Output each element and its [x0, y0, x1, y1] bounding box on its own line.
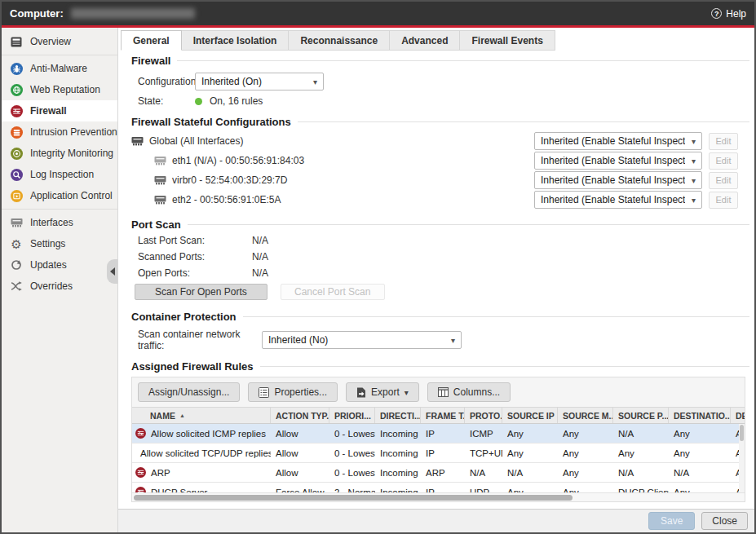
assign-unassign-button[interactable]: Assign/Unassign...: [138, 382, 240, 402]
toolbar-button-label: Export: [371, 386, 400, 398]
firewall-icon: [11, 105, 23, 117]
rule-cell: Any: [613, 448, 669, 458]
column-header-source-m[interactable]: SOURCE M...: [558, 408, 613, 423]
sidebar-item-settings[interactable]: ⚙Settings: [2, 233, 117, 254]
interfaces-icon: [11, 218, 23, 227]
sidebar-item-label: Firewall: [30, 105, 67, 117]
tab-reconnaissance[interactable]: Reconnaissance: [289, 30, 390, 51]
edit-button: Edit: [709, 152, 738, 170]
scan-for-open-ports-button[interactable]: Scan For Open Ports: [135, 284, 267, 300]
stateful-config-dropdown[interactable]: Inherited (Enable Stateful Inspection)▾: [534, 191, 702, 209]
chevron-down-icon: ▾: [451, 336, 455, 345]
rule-cell: TCP+UDP: [465, 448, 502, 458]
overview-icon: [11, 37, 22, 47]
tab-firewall-events[interactable]: Firewall Events: [460, 30, 555, 51]
tab-interface-isolation[interactable]: Interface Isolation: [182, 30, 290, 51]
close-button[interactable]: Close: [701, 512, 748, 530]
rules-section-title: Assigned Firewall Rules: [131, 360, 254, 373]
sort-ascending-icon: ▲: [179, 413, 185, 418]
sidebar-item-log-inspection[interactable]: Log Inspection: [2, 164, 117, 185]
rule-cell: N/A: [613, 468, 669, 478]
open-ports-label: Open Ports:: [138, 267, 252, 279]
column-header-proto[interactable]: PROTO...: [465, 408, 502, 423]
tab-general[interactable]: General: [121, 30, 182, 51]
column-header-de[interactable]: DE: [731, 408, 745, 423]
scrollbar-thumb[interactable]: [740, 425, 744, 441]
columns-button[interactable]: Columns...: [427, 382, 511, 402]
tab-bar: GeneralInterface IsolationReconnaissance…: [118, 28, 754, 51]
rule-row-dhcp-server[interactable]: DHCP ServerForce Allow2 - NormalIncoming…: [132, 483, 745, 492]
stateful-config-row: eth1 (N/A) - 00:50:56:91:84:03Inherited …: [131, 151, 749, 170]
column-header-label: ACTION TYP...: [276, 411, 329, 421]
stateful-config-dropdown[interactable]: Inherited (Enable Stateful Inspection)▾: [534, 152, 702, 170]
column-header-priori[interactable]: PRIORI...: [329, 408, 375, 423]
column-header-label: NAME: [150, 411, 175, 421]
rule-cell: N/A: [502, 468, 558, 478]
help-button[interactable]: ? Help: [711, 8, 746, 20]
sidebar-item-overview[interactable]: Overview: [2, 31, 117, 52]
column-header-label: DIRECTI...: [380, 411, 421, 421]
rule-name-cell: ARP: [132, 467, 271, 478]
save-button[interactable]: Save: [648, 512, 695, 530]
stateful-config-dropdown[interactable]: Inherited (Enable Stateful Inspection)▾: [534, 132, 702, 150]
scanned-ports-value: N/A: [252, 251, 268, 263]
sidebar-item-application-control[interactable]: Application Control: [2, 185, 117, 206]
properties-button[interactable]: Properties...: [248, 382, 338, 402]
sidebar-item-label: Updates: [30, 259, 67, 271]
tab-advanced[interactable]: Advanced: [390, 30, 460, 51]
sidebar-item-interfaces[interactable]: Interfaces: [2, 212, 117, 233]
column-header-directi[interactable]: DIRECTI...: [375, 408, 421, 423]
section-rule: [177, 60, 749, 61]
interfaces-icon: [154, 156, 166, 165]
column-header-name[interactable]: NAME▲: [132, 408, 271, 423]
rule-row-allow-solicited-tcp-udp-replies[interactable]: Allow solicited TCP/UDP repliesAllow0 - …: [132, 444, 745, 463]
column-header-action-typ[interactable]: ACTION TYP...: [271, 408, 329, 423]
configuration-dropdown[interactable]: Inherited (On) ▾: [195, 73, 324, 90]
sidebar-collapse-button[interactable]: [107, 259, 117, 284]
interface-label: Global (All Interfaces): [149, 135, 243, 147]
integrity-monitoring-icon: [11, 148, 23, 160]
columns-icon: [438, 387, 449, 397]
interfaces-icon: [154, 175, 166, 185]
rule-name-cell: DHCP Server: [132, 487, 271, 492]
interface-label-group: virbr0 - 52:54:00:3D:29:7D: [131, 174, 534, 186]
column-header-frame-t[interactable]: FRAME T...: [421, 408, 465, 423]
stateful-config-list: Global (All Interfaces)Inherited (Enable…: [131, 131, 749, 210]
container-section-title: Container Protection: [131, 311, 237, 323]
container-traffic-dropdown[interactable]: Inherited (No) ▾: [262, 331, 462, 349]
column-header-source-ip[interactable]: SOURCE IP: [502, 408, 558, 423]
sidebar-divider: [2, 209, 117, 210]
section-rule: [188, 224, 749, 225]
sidebar-item-firewall[interactable]: Firewall: [2, 100, 117, 121]
sidebar-nav: OverviewAnti-MalwareWeb ReputationFirewa…: [2, 28, 118, 532]
firewall-rule-icon: [135, 487, 146, 492]
rule-row-arp[interactable]: ARPAllow0 - LowestIncomingARPN/AN/AAnyN/…: [132, 463, 745, 483]
sidebar-item-label: Application Control: [30, 190, 113, 201]
rule-cell: Any: [558, 468, 613, 478]
sidebar-item-anti-malware[interactable]: Anti-Malware: [2, 58, 117, 79]
table-vertical-scrollbar[interactable]: [739, 424, 745, 492]
sidebar-item-updates[interactable]: Updates: [2, 254, 117, 276]
rule-cell: ARP: [421, 468, 465, 478]
rule-cell: N/A: [613, 429, 669, 439]
section-rule: [243, 316, 749, 317]
sidebar-item-web-reputation[interactable]: Web Reputation: [2, 79, 117, 100]
interfaces-icon: [154, 195, 166, 205]
scrollbar-thumb[interactable]: [134, 495, 573, 501]
rule-row-allow-solicited-icmp-replies[interactable]: Allow solicited ICMP repliesAllow0 - Low…: [132, 424, 745, 444]
chevron-down-icon: ▾: [313, 77, 317, 86]
sidebar-item-integrity-monitoring[interactable]: Integrity Monitoring: [2, 143, 117, 164]
export-button[interactable]: Export▾: [346, 382, 419, 402]
sidebar-item-overrides[interactable]: Overrides: [2, 276, 117, 297]
table-horizontal-scrollbar[interactable]: [132, 492, 745, 501]
settings-icon: ⚙: [11, 238, 21, 250]
sidebar-item-intrusion-prevention[interactable]: Intrusion Prevention: [2, 121, 117, 143]
column-header-destinatio[interactable]: DESTINATIO...: [669, 408, 731, 423]
rule-cell: N/A: [669, 468, 731, 478]
stateful-config-dropdown[interactable]: Inherited (Enable Stateful Inspection)▾: [534, 171, 702, 189]
column-header-source-p[interactable]: SOURCE P...: [613, 408, 669, 423]
scanned-ports-row: Scanned Ports: N/A: [138, 249, 749, 265]
window-title: Computer:: [10, 7, 64, 20]
edit-button: Edit: [709, 133, 738, 150]
sidebar-item-label: Overview: [30, 36, 71, 47]
